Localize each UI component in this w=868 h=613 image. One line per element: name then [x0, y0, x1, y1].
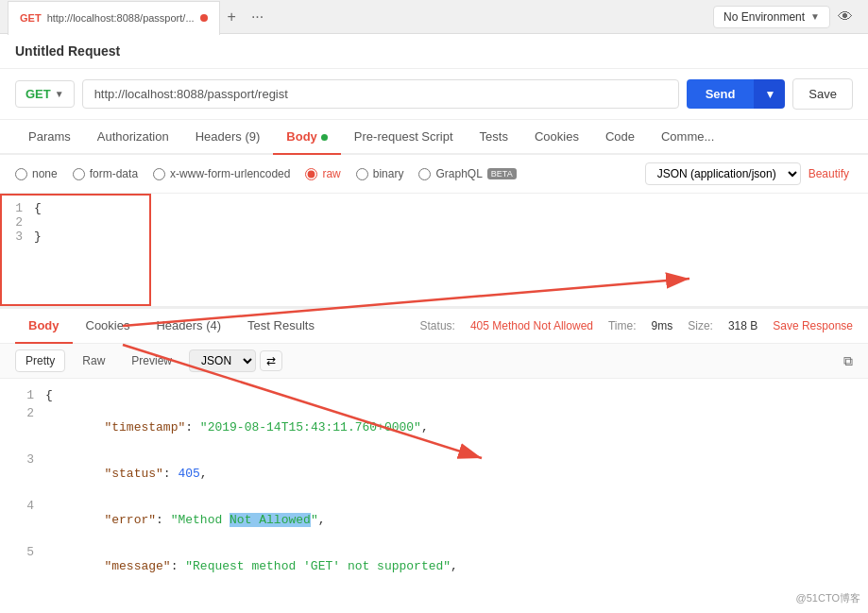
resp-line-2: 2 "timestamp": "2019-08-14T15:43:11.760+…	[15, 404, 853, 451]
json-select-group: JSON (application/json) Beautify	[645, 162, 853, 185]
watermark: @51CTO博客	[796, 591, 860, 597]
method-arrow-icon: ▼	[55, 89, 64, 99]
tab-comments[interactable]: Comme...	[648, 120, 727, 155]
body-type-row: none form-data x-www-form-urlencoded raw…	[0, 155, 868, 194]
tab-tests[interactable]: Tests	[467, 120, 521, 155]
wrap-button[interactable]: ⇄	[260, 350, 282, 371]
status-value: 405 Method Not Allowed	[470, 319, 593, 332]
format-tab-raw[interactable]: Raw	[73, 350, 114, 371]
environment-label: No Environment	[723, 10, 805, 24]
tab-modified-dot	[200, 14, 208, 22]
beta-badge: BETA	[487, 168, 517, 179]
response-section: Body Cookies Headers (4) Test Results St…	[0, 307, 868, 597]
method-label: GET	[26, 87, 51, 101]
send-button-group: Send ▼	[687, 79, 786, 109]
environment-selector[interactable]: No Environment ▼	[713, 6, 830, 28]
tab-method: GET	[20, 12, 42, 24]
radio-binary[interactable]: binary	[356, 167, 404, 180]
body-dot	[321, 134, 328, 141]
format-tab-pretty[interactable]: Pretty	[15, 349, 65, 372]
more-tabs-button[interactable]: ···	[244, 5, 271, 29]
radio-urlencoded[interactable]: x-www-form-urlencoded	[153, 167, 290, 180]
resp-line-4: 4 "error": "Method Not Allowed",	[15, 497, 853, 543]
resp-line-1: 1 {	[15, 386, 853, 404]
active-tab[interactable]: GET http://localhost:8088/passport/...	[8, 1, 220, 35]
radio-raw[interactable]: raw	[305, 167, 340, 180]
size-value: 318 B	[728, 319, 757, 332]
save-response-button[interactable]: Save Response	[773, 319, 853, 332]
response-tab-body[interactable]: Body	[15, 309, 73, 344]
tab-body[interactable]: Body	[273, 120, 341, 155]
response-tabs-bar: Body Cookies Headers (4) Test Results St…	[0, 309, 868, 344]
code-line-1: 1 {	[0, 201, 868, 215]
beautify-button[interactable]: Beautify	[805, 165, 853, 182]
radio-form-data[interactable]: form-data	[73, 167, 138, 180]
json-format-select[interactable]: JSON (application/json)	[645, 162, 801, 185]
response-tab-test-results[interactable]: Test Results	[234, 309, 328, 344]
radio-none[interactable]: none	[15, 167, 58, 180]
url-input[interactable]	[82, 79, 679, 109]
radio-graphql[interactable]: GraphQL BETA	[418, 167, 516, 180]
send-dropdown-button[interactable]: ▼	[754, 79, 785, 109]
tab-params[interactable]: Params	[15, 120, 84, 155]
response-body: 1 { 2 "timestamp": "2019-08-14T15:43:11.…	[0, 379, 868, 597]
tab-code[interactable]: Code	[592, 120, 648, 155]
method-selector[interactable]: GET ▼	[15, 80, 75, 108]
request-title: Untitled Request	[0, 34, 868, 69]
url-bar: GET ▼ Send ▼ Save	[0, 69, 868, 120]
add-tab-button[interactable]: +	[220, 5, 244, 29]
response-format-select[interactable]: JSON	[189, 349, 256, 372]
tab-bar: GET http://localhost:8088/passport/... +…	[0, 0, 868, 34]
highlighted-text: Not Allowed	[230, 513, 311, 527]
tab-authorization[interactable]: Authorization	[84, 120, 182, 155]
response-format-bar: Pretty Raw Preview JSON ⇄ ⧉	[0, 344, 868, 379]
resp-line-3: 3 "status": 405,	[15, 451, 853, 497]
request-nav-tabs: Params Authorization Headers (9) Body Pr…	[0, 120, 868, 155]
tab-pre-request[interactable]: Pre-request Script	[341, 120, 467, 155]
copy-button[interactable]: ⧉	[843, 353, 853, 369]
format-tab-preview[interactable]: Preview	[122, 350, 181, 371]
resp-line-5: 5 "message": "Request method 'GET' not s…	[15, 543, 853, 589]
eye-button[interactable]: 👁	[830, 5, 860, 29]
tab-cookies[interactable]: Cookies	[521, 120, 592, 155]
env-arrow-icon: ▼	[810, 11, 820, 22]
send-button[interactable]: Send	[687, 79, 755, 109]
code-line-2: 2	[0, 215, 868, 230]
format-select-group: JSON ⇄	[189, 349, 282, 372]
response-status-bar: Status: 405 Method Not Allowed Time: 9ms…	[420, 319, 853, 332]
code-editor[interactable]: 1 { 2 3 }	[0, 194, 868, 307]
tab-headers[interactable]: Headers (9)	[182, 120, 274, 155]
code-line-3: 3 }	[0, 230, 868, 244]
response-tab-headers[interactable]: Headers (4)	[143, 309, 234, 344]
save-button[interactable]: Save	[792, 78, 853, 110]
response-tab-cookies[interactable]: Cookies	[73, 309, 144, 344]
tab-url: http://localhost:8088/passport/...	[47, 12, 195, 24]
time-value: 9ms	[652, 319, 673, 332]
